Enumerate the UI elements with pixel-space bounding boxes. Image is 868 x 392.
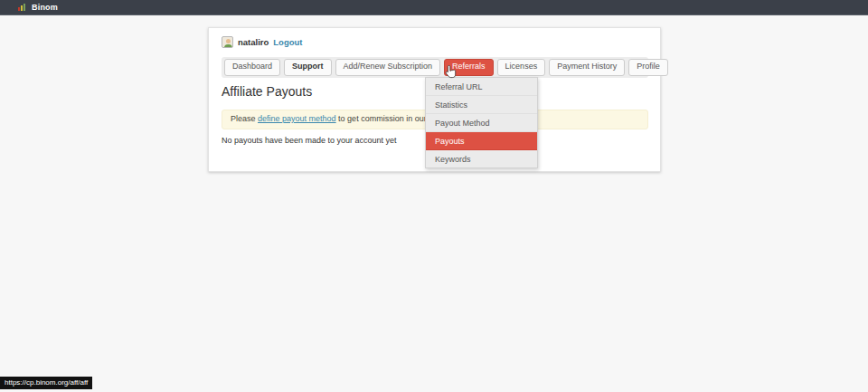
dropdown-item-keywords[interactable]: Keywords	[426, 150, 537, 167]
tab-support[interactable]: Support	[284, 59, 332, 76]
screen: Binom nataliro Logout Dashboard Support …	[0, 0, 868, 392]
nav-tabs: Dashboard Support Add/Renew Subscription…	[222, 57, 648, 78]
dropdown-item-referral-url[interactable]: Referral URL	[426, 78, 537, 96]
topbar: Binom	[0, 0, 868, 15]
referrals-dropdown: Referral URL Statistics Payout Method Pa…	[425, 77, 538, 168]
user-row: nataliro Logout	[222, 36, 303, 48]
define-payout-method-link[interactable]: define payout method	[258, 114, 336, 123]
alert-text-prefix: Please	[231, 114, 258, 123]
tab-referrals[interactable]: Referrals	[444, 59, 494, 76]
dropdown-item-payout-method[interactable]: Payout Method	[426, 114, 537, 132]
tab-profile[interactable]: Profile	[628, 59, 668, 76]
page-title: Affiliate Payouts	[222, 84, 312, 99]
username: nataliro	[238, 37, 269, 47]
status-url-tooltip: https://cp.binom.org/aff/aff	[0, 377, 92, 389]
empty-message: No payouts have been made to your accoun…	[222, 136, 397, 145]
person-avatar-icon	[222, 36, 233, 48]
bar-chart-logo-icon	[18, 4, 25, 11]
tab-payment-history[interactable]: Payment History	[549, 59, 625, 76]
tab-dashboard[interactable]: Dashboard	[224, 59, 280, 76]
brand-name: Binom	[32, 3, 58, 12]
dropdown-item-statistics[interactable]: Statistics	[426, 96, 537, 114]
tab-licenses[interactable]: Licenses	[497, 59, 546, 76]
tab-add-renew-subscription[interactable]: Add/Renew Subscription	[335, 59, 441, 76]
dropdown-item-payouts[interactable]: Payouts	[426, 132, 537, 150]
logout-link[interactable]: Logout	[273, 37, 302, 47]
